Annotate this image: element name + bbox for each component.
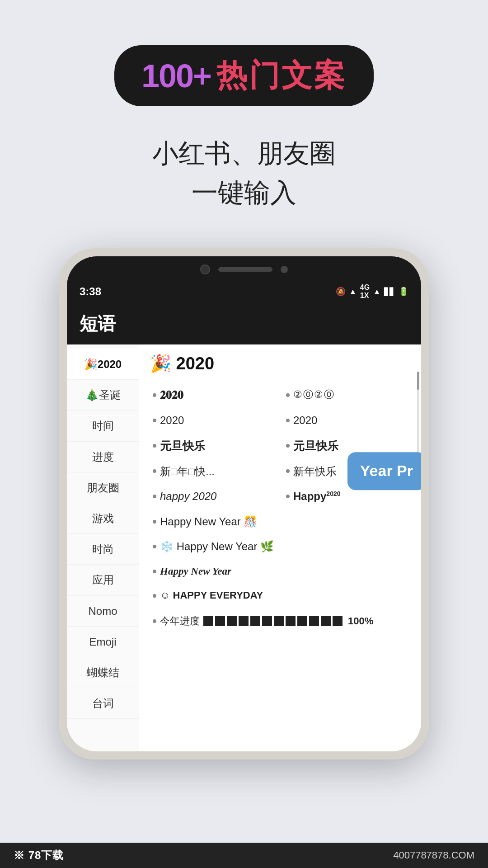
- camera-right: [281, 266, 288, 273]
- item-hny1[interactable]: Happy New Year 🎊: [150, 509, 412, 534]
- app-body: 🎉2020 🎄圣诞 时间 进度 朋友圈 游戏 时尚 应用 Nomo Emoji …: [67, 344, 421, 751]
- speaker-bar: [218, 267, 272, 272]
- items-row-2: 2020 2020: [150, 408, 412, 433]
- phone-mockup: 3:38 🔕 ▲ 4G1X ▲ ▋▋ 🔋 短语 🎉2020: [59, 248, 429, 760]
- item-2020-circle[interactable]: ②⓪②⓪: [283, 382, 412, 407]
- bullet: [153, 570, 156, 573]
- app-header: 短语: [67, 303, 421, 344]
- badge-text: 热门文案: [216, 55, 347, 96]
- bullet: [153, 594, 156, 598]
- item-2020-normal1[interactable]: 2020: [150, 408, 279, 433]
- items-row-4: 新□年□快... 新年快乐 Year Pr: [150, 459, 412, 484]
- app-title: 短语: [80, 314, 116, 334]
- bullet: [153, 393, 156, 397]
- item-yuandan1[interactable]: 元旦快乐: [150, 434, 279, 458]
- tooltip-bubble: Year Pr: [347, 453, 421, 491]
- item-happy-italic[interactable]: happy 2020: [150, 484, 279, 509]
- status-time: 3:38: [80, 285, 101, 298]
- badge-number: 100+: [141, 57, 211, 94]
- scrollbar-track[interactable]: [417, 372, 419, 453]
- sidebar-item-progress[interactable]: 进度: [67, 442, 139, 472]
- items-row-7: ❄️ Happy New Year 🌿: [150, 534, 412, 559]
- status-bar: 3:38 🔕 ▲ 4G1X ▲ ▋▋ 🔋: [67, 281, 421, 303]
- item-hny2[interactable]: ❄️ Happy New Year 🌿: [150, 534, 412, 559]
- bullet: [153, 444, 156, 448]
- item-2020-bold[interactable]: 𝟐𝟎𝟐𝟎: [150, 382, 279, 407]
- bullet: [286, 469, 290, 473]
- bullet: [286, 495, 290, 498]
- phone-outer: 3:38 🔕 ▲ 4G1X ▲ ▋▋ 🔋 短语 🎉2020: [59, 248, 429, 760]
- phone-inner: 3:38 🔕 ▲ 4G1X ▲ ▋▋ 🔋 短语 🎉2020: [67, 256, 421, 751]
- sidebar-item-app[interactable]: 应用: [67, 565, 139, 595]
- sidebar-item-nomo[interactable]: Nomo: [67, 596, 139, 627]
- watermark-right: 4007787878.COM: [393, 849, 474, 861]
- item-2020-normal2[interactable]: 2020: [283, 408, 412, 433]
- bullet: [153, 619, 156, 623]
- sidebar-item-2020[interactable]: 🎉2020: [67, 349, 139, 380]
- title-text: 2020: [176, 354, 215, 373]
- bullet: [153, 545, 156, 548]
- title-emoji: 🎉: [150, 354, 171, 373]
- content-title: 🎉 2020: [150, 354, 412, 373]
- progress-percentage: 100%: [348, 615, 373, 627]
- phone-top-bar: [67, 256, 421, 281]
- sidebar-item-game[interactable]: 游戏: [67, 503, 139, 534]
- items-row-8: Happy New Year: [150, 560, 412, 583]
- bullet: [153, 520, 156, 524]
- item-xinnian2[interactable]: 新年快乐 Year Pr: [283, 459, 412, 484]
- bullet: [286, 393, 290, 397]
- subtitle: 小红书、朋友圈 一键输入: [152, 133, 336, 212]
- progress-blocks: [203, 616, 343, 626]
- item-xinnian1[interactable]: 新□年□快...: [150, 459, 279, 484]
- items-row-1: 𝟐𝟎𝟐𝟎 ②⓪②⓪: [150, 382, 412, 407]
- item-happy-everyday[interactable]: ☺ HAPPY EVERYDAY: [150, 584, 412, 607]
- sidebar-item-fashion[interactable]: 时尚: [67, 534, 139, 565]
- sidebar-item-emoji[interactable]: Emoji: [67, 627, 139, 657]
- sidebar-item-time[interactable]: 时间: [67, 410, 139, 441]
- bullet: [153, 469, 156, 473]
- bullet: [286, 419, 290, 422]
- bullet: [153, 495, 156, 498]
- sidebar: 🎉2020 🎄圣诞 时间 进度 朋友圈 游戏 时尚 应用 Nomo Emoji …: [67, 344, 139, 751]
- sidebar-item-lines[interactable]: 台词: [67, 688, 139, 719]
- content-area: 🎉 2020 𝟐𝟎𝟐𝟎: [139, 344, 421, 751]
- watermark-bar: ※ 78下载 4007787878.COM: [0, 843, 488, 868]
- items-row-9: ☺ HAPPY EVERYDAY: [150, 584, 412, 607]
- sidebar-item-friends[interactable]: 朋友圈: [67, 472, 139, 503]
- items-row-6: Happy New Year 🎊: [150, 509, 412, 534]
- items-list: 𝟐𝟎𝟐𝟎 ②⓪②⓪ 2020: [150, 382, 412, 634]
- bullet: [286, 444, 290, 448]
- sidebar-item-bow[interactable]: 蝴蝶结: [67, 657, 139, 688]
- bullet: [153, 419, 156, 422]
- watermark-left: ※ 78下载: [14, 848, 64, 863]
- badge-pill: 100+ 热门文案: [114, 45, 374, 106]
- status-icons: 🔕 ▲ 4G1X ▲ ▋▋ 🔋: [336, 283, 408, 300]
- item-hny-calligraphy[interactable]: Happy New Year: [150, 560, 412, 583]
- scrollbar-thumb[interactable]: [417, 372, 419, 390]
- sidebar-item-christmas[interactable]: 🎄圣诞: [67, 380, 139, 410]
- progress-label: 今年进度: [160, 614, 200, 628]
- top-section: 100+ 热门文案 小红书、朋友圈 一键输入: [0, 0, 488, 230]
- progress-row[interactable]: 今年进度: [150, 608, 412, 634]
- camera-left: [200, 264, 210, 274]
